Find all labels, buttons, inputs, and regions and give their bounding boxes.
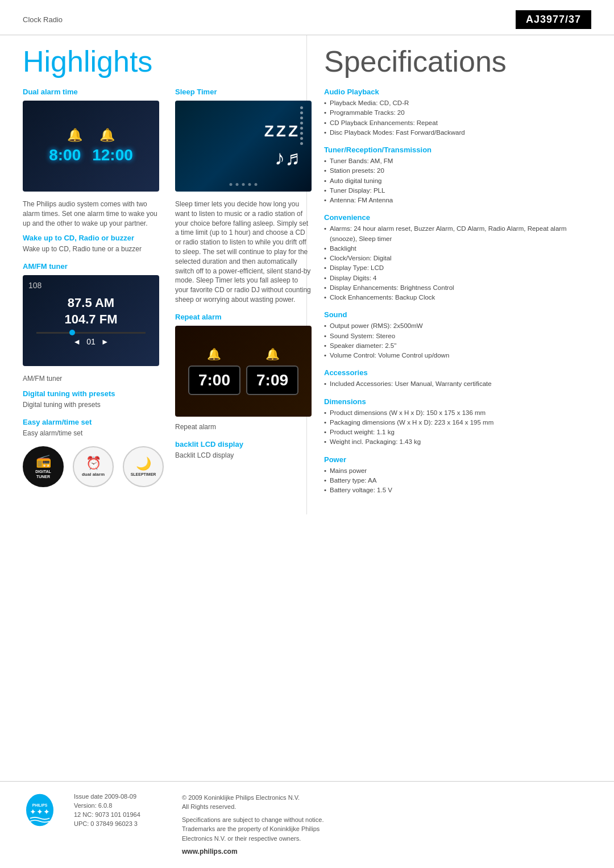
- spec-item: Station presets: 20: [324, 166, 591, 176]
- accessories-list: Included Accessories: User Manual, Warra…: [324, 379, 591, 389]
- spec-item: Clock/Version: Digital: [324, 254, 591, 263]
- spec-item: Sound System: Stereo: [324, 331, 591, 341]
- tuner-spec-section: Tuner/Reception/Transmission Tuner Bands…: [324, 146, 591, 205]
- dual-alarm-badge: ⏰ dual alarm: [73, 446, 114, 487]
- tuner-bar: [36, 332, 146, 334]
- spec-item: Clock Enhancements: Backup Clock: [324, 293, 591, 302]
- dimensions-list: Product dimensions (W x H x D): 150 x 17…: [324, 408, 591, 447]
- philips-logo-area: PHILIPS ✦✦✦: [23, 793, 57, 829]
- wakeup-heading: Wake up to CD, Radio or buzzer: [23, 234, 164, 242]
- alarm-time-2: 12:00: [92, 146, 133, 164]
- tuner-freq-am: 87.5 AM: [68, 295, 114, 312]
- highlights-two-col: Dual alarm time 🔔 🔔 8:00 12:00: [23, 88, 289, 487]
- tuner-indicator: [69, 330, 75, 335]
- tuner-nav: ◄ 01 ►: [73, 337, 109, 346]
- footer-info: Issue date 2009-08-09 Version: 6.0.8 12 …: [74, 793, 165, 827]
- spec-item: Battery voltage: 1.5 V: [324, 485, 591, 495]
- sleep-bottom-dot: [255, 183, 258, 186]
- spec-item: CD Playback Enhancements: Repeat: [324, 118, 591, 128]
- sleep-description: Sleep timer lets you decide how long you…: [175, 200, 312, 305]
- spec-item: Tuner Bands: AM, FM: [324, 156, 591, 166]
- alarm-bell-icon-1: 🔔: [67, 128, 82, 143]
- version-label: Version:: [74, 802, 97, 809]
- alarm-body-text: The Philips audio system comes with two …: [23, 200, 164, 228]
- easy-alarm-heading: Easy alarm/time set: [23, 418, 164, 426]
- issue-date: Issue date 2009-08-09: [74, 793, 165, 800]
- sleep-display: ZZZ ♪♬: [175, 101, 312, 192]
- spec-item: Included Accessories: User Manual, Warra…: [324, 379, 591, 389]
- highlights-column: Highlights Dual alarm time 🔔 🔔: [0, 35, 307, 514]
- easy-alarm-text: Easy alarm/time set: [23, 429, 164, 438]
- highlights-right-inner: Sleep Timer: [175, 88, 312, 487]
- wakeup-section: Wake up to CD, Radio or buzzer Wake up t…: [23, 234, 164, 254]
- sleep-dot: [300, 122, 303, 124]
- music-note-icon: ♪♬: [275, 146, 300, 170]
- version: Version: 6.0.8: [74, 802, 165, 809]
- sleep-timer-section: Sleep Timer: [175, 88, 312, 192]
- power-heading: Power: [324, 455, 591, 464]
- spec-item: Auto digital tuning: [324, 176, 591, 186]
- repeat-time-1: 7:00: [188, 366, 240, 395]
- sleep-dot-col: [300, 106, 303, 145]
- category-label: Clock Radio: [23, 15, 63, 24]
- svg-text:✦✦✦: ✦✦✦: [30, 807, 50, 816]
- convenience-list: Alarms: 24 hour alarm reset, Buzzer Alar…: [324, 224, 591, 302]
- alarm-display: 🔔 🔔 8:00 12:00: [23, 101, 159, 192]
- spec-item: Disc Playback Modes: Fast Forward/Backwa…: [324, 128, 591, 138]
- website-link[interactable]: www.philips.com: [182, 846, 323, 857]
- power-list: Mains power Battery type: AA Battery vol…: [324, 466, 591, 496]
- audio-playback-heading: Audio Playback: [324, 88, 591, 96]
- footer-legal: © 2009 Koninklijke Philips Electronics N…: [182, 793, 323, 857]
- header: Clock Radio AJ3977/37: [0, 0, 614, 35]
- spec-item: Playback Media: CD, CD-R: [324, 98, 591, 108]
- repeat-bell-icon-2: 🔔: [265, 347, 280, 361]
- alarm-times-row: 8:00 12:00: [49, 146, 133, 164]
- spec-item: Output power (RMS): 2x500mW: [324, 321, 591, 331]
- convenience-section: Convenience Alarms: 24 hour alarm reset,…: [324, 213, 591, 302]
- disclaimer-text: Specifications are subject to change wit…: [182, 815, 323, 844]
- repeat-bell-icon-1: 🔔: [207, 347, 221, 361]
- footer: PHILIPS ✦✦✦ Issue date 2009-08-09 Versio…: [0, 781, 614, 869]
- wakeup-text: Wake up to CD, Radio tune or a buzzer: [23, 244, 164, 254]
- upc-label: UPC: 0 37849 96023 3: [74, 820, 165, 827]
- repeat-time-2: 7:09: [246, 366, 298, 395]
- highlights-title: Highlights: [23, 47, 289, 76]
- sleep-dot: [300, 117, 303, 119]
- spec-item: Packaging dimensions (W x H x D): 223 x …: [324, 418, 591, 427]
- digital-tuner-badge: 📻 DIGITALTUNER: [23, 446, 64, 487]
- version-value: 6.0.8: [98, 802, 112, 809]
- main-content: Highlights Dual alarm time 🔔 🔔: [0, 35, 614, 514]
- dual-alarm-image: 🔔 🔔 8:00 12:00: [23, 101, 159, 192]
- spec-item: Programmable Tracks: 20: [324, 108, 591, 118]
- highlights-left-inner: Dual alarm time 🔔 🔔 8:00 12:00: [23, 88, 164, 487]
- sound-section: Sound Output power (RMS): 2x500mW Sound …: [324, 310, 591, 360]
- spec-item: Antenna: FM Antenna: [324, 196, 591, 205]
- spec-item: Display Digits: 4: [324, 273, 591, 283]
- digital-section: Digital tuning with presets Digital tuni…: [23, 389, 164, 410]
- spec-item: Product weight: 1.1 kg: [324, 427, 591, 437]
- specs-title: Specifications: [324, 47, 591, 76]
- sound-heading: Sound: [324, 310, 591, 319]
- sleep-bottom-dot: [248, 183, 251, 186]
- repeat-alarm-section: Repeat alarm 🔔 7:00 🔔 7:09: [175, 313, 312, 432]
- digital-tuner-icon: 📻: [36, 454, 51, 468]
- dual-alarm-heading: Dual alarm time: [23, 88, 164, 96]
- sleep-dot: [300, 142, 303, 145]
- dimensions-section: Dimensions Product dimensions (W x H x D…: [324, 397, 591, 447]
- repeat-alarm-image: 🔔 7:00 🔔 7:09: [175, 326, 312, 417]
- repeat-alarm-heading: Repeat alarm: [175, 313, 312, 321]
- sleeptimer-badge: 🌙 SLEEPTIMER: [123, 446, 164, 487]
- sound-list: Output power (RMS): 2x500mW Sound System…: [324, 321, 591, 360]
- model-badge: AJ3977/37: [516, 10, 591, 29]
- tuner-next-icon[interactable]: ►: [101, 337, 109, 346]
- backlit-section: backlit LCD display Backlit LCD display: [175, 440, 312, 460]
- sleep-bottom-dot: [230, 183, 233, 186]
- tuner-image: 108 87.5 AM 104.7 FM ◄ 01 ►: [23, 275, 159, 366]
- backlit-heading: backlit LCD display: [175, 440, 312, 448]
- tuner-prev-icon[interactable]: ◄: [73, 337, 81, 346]
- tuner-spec-list: Tuner Bands: AM, FM Station presets: 20 …: [324, 156, 591, 205]
- spec-item: Alarms: 24 hour alarm reset, Buzzer Alar…: [324, 224, 591, 244]
- backlit-text: Backlit LCD display: [175, 451, 312, 460]
- accessories-section: Accessories Included Accessories: User M…: [324, 368, 591, 389]
- spec-item: Speaker diameter: 2.5": [324, 341, 591, 351]
